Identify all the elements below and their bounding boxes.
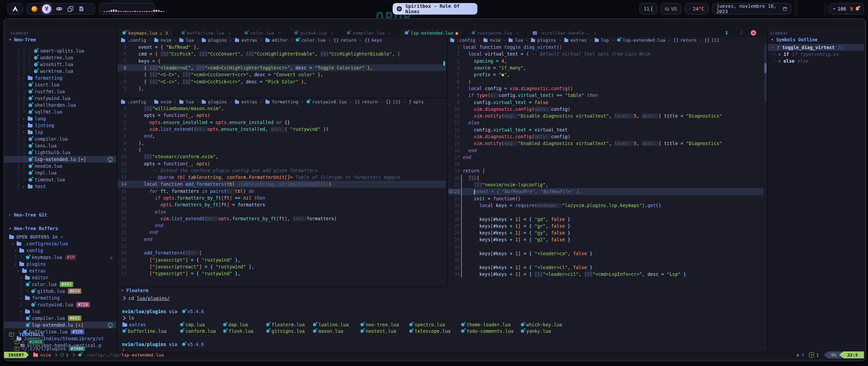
code-line[interactable]: 26 keys[#keys + 1] = { "gd", false } — [448, 216, 764, 222]
breadcrumb-segment[interactable]: rustywind.lua — [307, 99, 347, 104]
terminals-section-header[interactable]: TERMINALS — [9, 332, 44, 337]
tree-item[interactable]: └ lsp-extended.lu[+] — [4, 322, 116, 328]
code-line[interactable]: 22 end — [118, 236, 446, 243]
tree-item[interactable]: ▾extras — [4, 267, 116, 274]
code-line[interactable]: 1local function toggle_diag_virtext() — [448, 44, 764, 50]
code-line[interactable]: 7 end, — [118, 133, 446, 139]
code-line[interactable]: 31 keys[#keys + 1] = { "<leader>ca", fal… — [448, 250, 764, 257]
code-line[interactable]: 28 keys[#keys + 1] = { "gy", false } — [448, 229, 764, 236]
tree-item[interactable]: ▾editor — [4, 274, 116, 281]
code-line[interactable]: 27 keys[#keys + 1] = { "gr", false } — [448, 223, 764, 229]
file-entry[interactable]: mason.lua — [313, 328, 360, 334]
workspace-firefox[interactable] — [31, 5, 38, 12]
tree-item[interactable]: │ └ timeout.lua — [4, 176, 116, 183]
breadcrumb-segment[interactable]: plugins — [202, 38, 227, 43]
tree-item[interactable]: │ │ isort.lua — [4, 81, 116, 88]
code-line[interactable]: 32 — [448, 257, 764, 264]
clock-widget[interactable]: jueves, noviembre 16, 2023 — [712, 3, 791, 15]
file-entry[interactable]: telescope.lua — [409, 328, 461, 334]
tree-item[interactable]: │ │ repl.lua — [4, 169, 116, 176]
file-entry[interactable]: flash.lua — [223, 328, 266, 334]
breadcrumb-segment[interactable]: plugins — [202, 99, 227, 104]
tree-item[interactable]: │ ▸test — [4, 183, 116, 190]
tree-item[interactable]: ▾plugins — [4, 261, 116, 267]
code-line[interactable]: 5 keys = { — [118, 58, 446, 64]
code-line[interactable]: 19return { — [448, 167, 764, 174]
code-line[interactable]: 25 — [448, 209, 764, 216]
tab-number-1[interactable]: 1 — [725, 29, 728, 37]
tree-item[interactable]: │ compiler.lua#682 — [4, 315, 116, 322]
code-line[interactable]: 11 opts = function(_, opts) — [118, 160, 446, 167]
code-line[interactable]: 9 { — [118, 146, 446, 153]
code-line[interactable]: 11 vim.notify(msg: "Disable diagnostics … — [448, 113, 764, 119]
tab-compiler-lua[interactable]: compiler.lua× — [342, 29, 396, 37]
code-line[interactable]: 17end — [448, 154, 764, 161]
file-entry[interactable]: gitsigns.lua — [266, 328, 313, 334]
media-widget[interactable]: Spiritbox - Rule Of Nines — [393, 3, 477, 15]
tab-number-2[interactable]: 2 — [740, 29, 743, 37]
tree-item[interactable]: │ ▾lsp — [4, 129, 116, 136]
tab-close-icon[interactable]: × — [594, 30, 596, 36]
code-line[interactable]: 6 } — [448, 78, 764, 85]
file-entry[interactable]: yanky.lua — [520, 328, 571, 334]
code-line[interactable]: 23 — [118, 243, 446, 249]
tree-item[interactable]: │ │ rustfmt.lua — [4, 88, 116, 95]
breadcrumb-segment[interactable]: []return — [355, 99, 378, 104]
code-line[interactable]: 3 spacing = 4, — [448, 58, 764, 64]
neo-tree-buffers-section-header[interactable]: ▾ Neo-Tree Buffers — [9, 226, 58, 231]
neo-tree-git-section-header[interactable]: ▸ Neo-Tree Git — [9, 212, 47, 218]
tree-item[interactable]: │ └ keymaps.lua#10⚠ — [4, 254, 116, 261]
code-line[interactable]: 4 source = "if_many", — [448, 64, 764, 71]
neo-tree-section-header[interactable]: ▾ Neo-Tree — [9, 37, 36, 42]
breadcrumb-segment[interactable]: nvim — [154, 38, 171, 43]
tree-item[interactable]: │ ▸lang — [4, 115, 116, 122]
code-line[interactable]: 30 — [448, 243, 764, 250]
workspace-windows[interactable] — [67, 5, 74, 12]
code-line[interactable]: 5 prefix = "●", — [448, 71, 764, 78]
code-line[interactable]: 17 opts.formatters_by_ft[ft] = formatter… — [118, 201, 446, 208]
tree-item[interactable]: │ └ rustywind.lua#726 — [4, 301, 116, 308]
close-all-button[interactable]: × — [751, 30, 756, 36]
breadcrumb-segment[interactable]: {}return — [334, 38, 357, 43]
code-line[interactable]: 22 event = { "BufReadPre", "BufNewFile" … — [448, 188, 764, 195]
breadcrumb-segment[interactable]: []return — [673, 38, 696, 43]
code-line[interactable]: 14 vim.diagnostic.config(opts: config) — [448, 133, 764, 140]
file-entry[interactable]: neo-tree.lua — [360, 322, 409, 327]
notifications-widget[interactable]: 9 — [846, 3, 864, 15]
breadcrumb-segment[interactable]: lsp-extended.lua — [617, 38, 665, 43]
code-line[interactable]: 13 ---@param tbl table<string, conform.F… — [118, 174, 446, 181]
breadcrumb-segment[interactable]: lua — [509, 38, 523, 43]
tab-color-lua[interactable]: color.lua× — [240, 29, 285, 37]
tree-item[interactable]: │ │ lsp-extended.lu[+] — [4, 156, 116, 163]
code-line[interactable]: 33 keys[#keys + 1] = { "<leader>cl", fal… — [448, 264, 764, 271]
code-line[interactable]: 18 else — [118, 208, 446, 215]
breadcrumb-segment[interactable]: color.lua — [296, 38, 325, 43]
tree-item[interactable]: │ └ sqlfmt.lua — [4, 108, 116, 115]
breadcrumb-segment[interactable]: plugins — [531, 38, 556, 43]
tree-item[interactable]: │ │ │ undotree.lua — [4, 54, 116, 61]
symbol-item[interactable]: └ ◇elseelse — [768, 58, 864, 64]
symbol-item[interactable]: ▾ƒtoggle_diag_virtextfu — [768, 44, 864, 51]
tree-item[interactable]: │ │ │ winshift.lua — [4, 61, 116, 68]
workspace-neovim-active[interactable]: V — [42, 4, 51, 14]
breadcrumb-segment[interactable]: extras — [235, 38, 257, 43]
tree-item[interactable]: │ │ │ smart-splits.lua — [4, 47, 116, 54]
launcher-button[interactable] — [7, 3, 23, 15]
file-entry[interactable]: neotest.lua — [360, 328, 409, 334]
keyboard-layout-widget[interactable]: US — [660, 3, 682, 15]
code-line[interactable]: 6 vim.list_extend(dst: opts.ensure_insta… — [118, 126, 446, 133]
breadcrumb-segment[interactable]: editor — [265, 38, 288, 43]
file-entry[interactable]: bufferline.lua — [122, 328, 180, 334]
code-line[interactable]: 8 { [1]"<C-c>", [2]"<cmd>CccPick<cr>", d… — [118, 78, 446, 85]
weather-widget[interactable]: 24°C — [685, 3, 709, 15]
code-line[interactable]: 3 [1]"williamboman/mason.nvim", — [118, 105, 446, 112]
file-entry[interactable]: cmp.lua — [180, 322, 223, 327]
pane-divider[interactable] — [447, 37, 448, 287]
tree-item[interactable]: │ │ └ worktree.lua — [4, 68, 116, 75]
breadcrumb-segment[interactable]: nvim — [484, 38, 500, 43]
code-line[interactable]: 13 config.virtual_text = virtual_text — [448, 126, 764, 133]
code-line[interactable]: 9 config.virtual_text = false — [448, 99, 764, 105]
breadcrumb-segment[interactable]: .config — [121, 38, 146, 43]
breadcrumb-segment[interactable]: nvim — [154, 99, 171, 104]
code-line[interactable]: 23 init = function() — [448, 195, 764, 202]
